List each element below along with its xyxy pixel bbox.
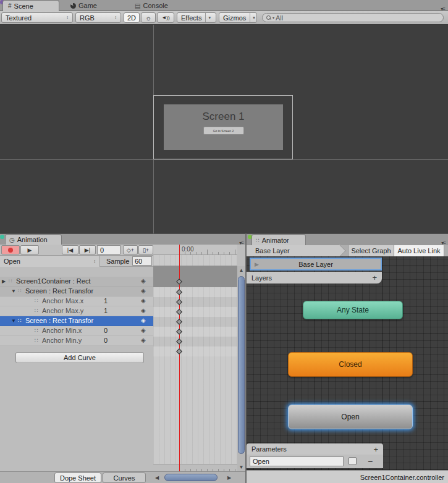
state-node-any-state[interactable]: Any State [303, 301, 403, 319]
property-label: Screen : Rect Transfor [25, 317, 93, 324]
scroll-right-icon[interactable]: ▶ [227, 475, 231, 481]
property-value[interactable]: 0 [104, 327, 117, 334]
ui-canvas-outline[interactable]: Screen 1 Go to Screen 2 [153, 95, 293, 159]
property-row[interactable]: ∷ Anchor Min.x 0 ◈ [0, 326, 153, 336]
select-graph-button[interactable]: Select Graph [348, 245, 394, 256]
add-curve-button[interactable]: Add Curve [15, 352, 144, 363]
screen1-panel[interactable]: Screen 1 Go to Screen 2 [164, 104, 283, 150]
rect-transform-icon: ∷ [35, 327, 38, 334]
sample-rate-field[interactable]: 60 [132, 256, 152, 266]
fold-open-icon[interactable]: ▼ [11, 288, 16, 294]
frame-number-field[interactable]: 0 [97, 245, 120, 254]
keyframe-diamond-icon[interactable]: ◈ [141, 327, 146, 334]
add-keyframe-button[interactable]: ◇+ [123, 245, 138, 254]
property-row-selected[interactable]: ▼ ∷ Screen : Rect Transfor ◈ [0, 316, 153, 326]
draw-mode-dropdown[interactable]: Textured ↕ [1, 12, 73, 23]
toggle-2d-label: 2D [127, 14, 136, 22]
rect-transform-icon: ∷ [35, 337, 38, 343]
property-value[interactable]: 0 [104, 337, 117, 344]
timeline-row [153, 297, 237, 307]
scroll-up-icon[interactable]: ▲ [237, 267, 245, 273]
remove-parameter-button[interactable]: − [368, 455, 373, 468]
panel-indicator-dot [0, 235, 4, 239]
animation-controls: ▶ |◀ ▶| 0 ◇+ ▯+ [0, 245, 153, 256]
property-label: Anchor Max.y [42, 307, 83, 314]
last-key-button[interactable]: ▶| [79, 245, 96, 254]
timeline-ruler[interactable]: 0:00 [153, 245, 237, 255]
tab-game[interactable]: Game [67, 0, 101, 11]
parameter-bool-checkbox[interactable] [349, 457, 357, 465]
render-mode-label: RGB [80, 14, 95, 22]
keyframe-diamond-icon[interactable]: ◈ [141, 307, 146, 314]
tab-console[interactable]: ▤ Console [131, 0, 172, 11]
keyframe-diamond-icon[interactable]: ◈ [141, 337, 146, 343]
keyframe-diamond-icon[interactable]: ◈ [141, 297, 146, 304]
fold-open-icon[interactable]: ▼ [11, 318, 16, 324]
keyframe-diamond-icon[interactable]: ◈ [141, 287, 146, 294]
effects-dropdown[interactable]: Effects ▾ [177, 12, 216, 23]
tab-animator-label: Animator [262, 237, 289, 244]
layer-item-label: Base Layer [251, 261, 381, 268]
lighting-toggle-button[interactable]: ☼ [141, 12, 156, 23]
tab-animator[interactable]: ∷ Animator [251, 234, 306, 245]
dopesheet-timeline[interactable]: 0:00 [153, 245, 237, 471]
vertical-scroll-thumb[interactable] [238, 276, 245, 454]
gizmos-dropdown[interactable]: Gizmos ▾ [219, 12, 257, 23]
keyframe-diamond-icon[interactable]: ◈ [141, 277, 146, 284]
unity-editor-window: # Scene Game ▤ Console ▾≡ Textured ↕ RGB… [0, 0, 448, 483]
property-label: Anchor Max.x [42, 297, 83, 304]
property-row[interactable]: ∷ Anchor Max.x 1 ◈ [0, 296, 153, 306]
property-label: Screen1Container : Rect [16, 277, 90, 285]
fold-closed-icon[interactable]: ▶ [2, 279, 6, 284]
scene-search-input[interactable]: ▾ All [262, 13, 444, 22]
screen1-title: Screen 1 [164, 111, 283, 123]
play-button[interactable]: ▶ [20, 245, 39, 254]
state-node-open-selected[interactable]: Open [288, 405, 413, 429]
clock-icon: ◷ [9, 237, 15, 243]
state-node-closed[interactable]: Closed [288, 352, 413, 377]
horizontal-scroll-thumb[interactable] [164, 474, 218, 481]
first-key-button[interactable]: |◀ [62, 245, 78, 254]
property-row[interactable]: ∷ Anchor Min.y 0 ◈ [0, 336, 153, 346]
timeline-row [153, 307, 237, 317]
tab-scene[interactable]: # Scene [2, 0, 59, 11]
property-value[interactable]: 1 [104, 297, 117, 304]
rect-transform-icon: ∷ [35, 308, 38, 314]
auto-live-link-button[interactable]: Auto Live Link [394, 245, 444, 256]
property-row[interactable]: ▶ ∷ Screen1Container : Rect ◈ [0, 277, 153, 287]
auto-live-link-label: Auto Live Link [397, 247, 440, 254]
rect-transform-icon: ∷ [9, 278, 12, 284]
tab-curves[interactable]: Curves [103, 472, 146, 483]
toggle-2d-button[interactable]: 2D [124, 12, 140, 23]
effects-label: Effects [181, 14, 201, 22]
breadcrumb[interactable]: Base Layer [247, 245, 339, 256]
tab-animation[interactable]: ◷ Animation [5, 234, 62, 245]
speaker-icon: ◄)) [161, 15, 169, 20]
property-row[interactable]: ▼ ∷ Screen : Rect Transfor ◈ [0, 287, 153, 296]
add-parameter-button[interactable]: + [373, 445, 378, 454]
keyframe-diamond-icon[interactable]: ◈ [141, 317, 146, 324]
tab-animation-label: Animation [17, 236, 48, 243]
render-mode-dropdown[interactable]: RGB ↕ [75, 12, 121, 23]
goto-screen2-button[interactable]: Go to Screen 2 [203, 127, 244, 135]
property-row[interactable]: ∷ Anchor Max.y 1 ◈ [0, 306, 153, 316]
timeline-row [153, 317, 237, 327]
add-event-button[interactable]: ▯+ [138, 245, 153, 254]
scene-viewport[interactable]: Screen 1 Go to Screen 2 [0, 25, 448, 233]
animation-panel-menu-icon[interactable]: ▾≡ [239, 240, 243, 246]
scroll-left-icon[interactable]: ◀ [155, 475, 159, 481]
clip-dropdown[interactable]: Open ↕ [0, 256, 100, 267]
parameter-name-field[interactable]: Open [250, 456, 344, 466]
layer-item-base-layer[interactable]: ▶ Base Layer [250, 258, 382, 271]
search-icon [266, 15, 271, 20]
audio-toggle-button[interactable]: ◄)) [157, 12, 174, 23]
state-label: Open [341, 413, 359, 421]
add-layer-button[interactable]: + [372, 273, 377, 282]
scroll-down-icon[interactable]: ▼ [237, 464, 245, 470]
timeline-vertical-scrollbar[interactable]: ▲ ▼ [237, 266, 245, 471]
tab-dope-sheet[interactable]: Dope Sheet [54, 472, 101, 483]
record-button[interactable] [1, 245, 20, 254]
last-key-icon: ▶| [85, 247, 90, 253]
scene-grid-icon: # [8, 2, 12, 9]
property-value[interactable]: 1 [104, 307, 117, 314]
